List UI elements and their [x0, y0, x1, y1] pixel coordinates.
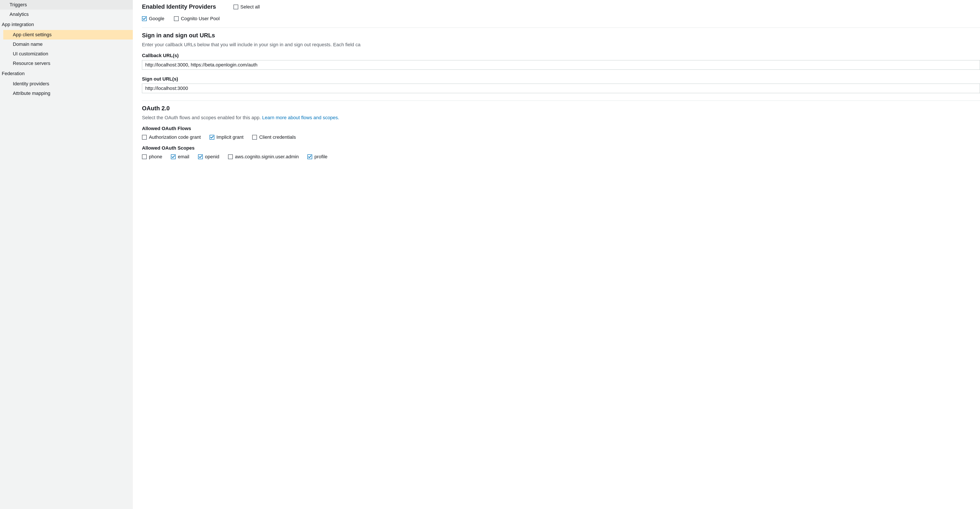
checkbox-scope-admin[interactable]: aws.cognito.signin.user.admin [228, 154, 299, 160]
checkbox-box-client [252, 135, 257, 140]
checkbox-label-auth-code: Authorization code grant [149, 135, 201, 140]
scopes-label: Allowed OAuth Scopes [142, 145, 980, 151]
checkbox-box-profile [307, 154, 312, 159]
checkbox-label-google: Google [149, 16, 164, 22]
urls-heading: Sign in and sign out URLs [142, 32, 980, 39]
checkbox-box-auth-code [142, 135, 147, 140]
check-icon [308, 155, 312, 159]
checkbox-label-cognito: Cognito User Pool [181, 16, 220, 22]
checkbox-box-email [171, 154, 176, 159]
checkbox-label-client: Client credentials [259, 135, 296, 140]
oauth-description: Select the OAuth flows and scopes enable… [142, 115, 980, 121]
check-icon [172, 155, 175, 159]
idp-header-row: Enabled Identity Providers Select all [142, 3, 980, 10]
checkbox-label-email: email [178, 154, 189, 160]
section-urls: Sign in and sign out URLs Enter your cal… [142, 28, 980, 101]
oauth-heading: OAuth 2.0 [142, 105, 980, 112]
checkbox-flow-auth-code[interactable]: Authorization code grant [142, 135, 201, 140]
sidebar-item-analytics[interactable]: Analytics [0, 10, 133, 19]
sidebar-item-app-client-settings[interactable]: App client settings [3, 30, 133, 40]
checkbox-flow-implicit[interactable]: Implicit grant [210, 135, 244, 140]
sidebar-item-ui-customization[interactable]: UI customization [3, 49, 133, 59]
check-icon [199, 155, 202, 159]
sidebar-item-triggers[interactable]: Triggers [0, 0, 133, 10]
nav-group-title-federation: Federation [0, 68, 133, 79]
checkbox-box-select-all [234, 5, 238, 10]
signout-url-input[interactable] [142, 84, 980, 93]
checkbox-box-phone [142, 154, 147, 159]
checkbox-box-implicit [210, 135, 214, 140]
urls-description: Enter your callback URLs below that you … [142, 42, 980, 48]
main-content: Enabled Identity Providers Select all Go… [133, 0, 980, 509]
sidebar-nav-list: TriggersAnalyticsApp integrationApp clie… [0, 0, 133, 98]
section-oauth: OAuth 2.0 Select the OAuth flows and sco… [142, 101, 980, 160]
idp-heading: Enabled Identity Providers [142, 3, 216, 10]
idp-provider-row: GoogleCognito User Pool [142, 16, 980, 22]
checkbox-scope-openid[interactable]: openid [198, 154, 220, 160]
checkbox-label-select-all: Select all [240, 4, 260, 10]
checkbox-box-openid [198, 154, 203, 159]
sidebar-item-resource-servers[interactable]: Resource servers [3, 59, 133, 68]
checkbox-label-phone: phone [149, 154, 162, 160]
checkbox-box-admin [228, 154, 233, 159]
checkbox-scope-email[interactable]: email [171, 154, 189, 160]
sidebar-nav: TriggersAnalyticsApp integrationApp clie… [0, 0, 133, 509]
learn-more-link[interactable]: Learn more about flows and scopes. [262, 115, 339, 120]
flows-label: Allowed OAuth Flows [142, 126, 980, 132]
checkbox-flow-client[interactable]: Client credentials [252, 135, 296, 140]
checkbox-label-profile: profile [314, 154, 328, 160]
checkbox-idp-google[interactable]: Google [142, 16, 164, 22]
nav-group-title-app-integration: App integration [0, 19, 133, 30]
callback-url-input[interactable] [142, 60, 980, 70]
callback-label: Callback URL(s) [142, 53, 980, 59]
checkbox-box-google [142, 16, 147, 21]
app-root: TriggersAnalyticsApp integrationApp clie… [0, 0, 980, 509]
checkbox-scope-profile[interactable]: profile [307, 154, 328, 160]
signout-label: Sign out URL(s) [142, 76, 980, 82]
main-inner: Enabled Identity Providers Select all Go… [133, 0, 980, 160]
check-icon [210, 135, 214, 139]
checkbox-box-cognito [174, 16, 179, 21]
checkbox-label-admin: aws.cognito.signin.user.admin [235, 154, 299, 160]
section-identity-providers: Enabled Identity Providers Select all Go… [142, 0, 980, 28]
oauth-desc-text: Select the OAuth flows and scopes enable… [142, 115, 262, 120]
sidebar-item-identity-providers[interactable]: Identity providers [3, 79, 133, 89]
checkbox-label-openid: openid [205, 154, 220, 160]
oauth-scopes-row: phoneemailopenidaws.cognito.signin.user.… [142, 154, 980, 160]
oauth-flows-row: Authorization code grantImplicit grantCl… [142, 135, 980, 140]
checkbox-label-implicit: Implicit grant [216, 135, 244, 140]
check-icon [143, 17, 146, 21]
sidebar-item-domain-name[interactable]: Domain name [3, 40, 133, 49]
checkbox-idp-cognito[interactable]: Cognito User Pool [174, 16, 220, 22]
checkbox-select-all[interactable]: Select all [234, 4, 260, 10]
checkbox-scope-phone[interactable]: phone [142, 154, 162, 160]
sidebar-item-attribute-mapping[interactable]: Attribute mapping [3, 89, 133, 98]
